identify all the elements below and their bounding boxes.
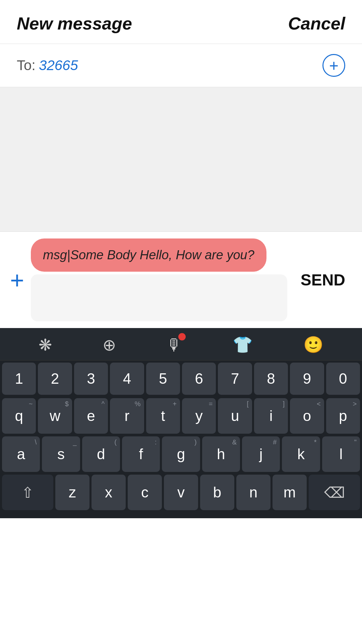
key-sub: ] bbox=[283, 400, 285, 408]
mic-area[interactable]: 🎙 bbox=[166, 336, 182, 354]
message-area bbox=[0, 87, 362, 231]
key-sub: ^ bbox=[102, 400, 105, 408]
to-label: To: bbox=[17, 57, 36, 73]
key-sub: [ bbox=[247, 400, 249, 408]
backspace-key[interactable]: ⌫ bbox=[309, 475, 360, 510]
key-sub: : bbox=[155, 438, 157, 446]
key-s[interactable]: _s bbox=[42, 436, 80, 472]
key-2[interactable]: 2 bbox=[38, 363, 72, 395]
key-5[interactable]: 5 bbox=[146, 363, 180, 395]
key-main: k bbox=[297, 446, 305, 463]
key-e[interactable]: ^e bbox=[74, 398, 108, 434]
key-j[interactable]: #j bbox=[242, 436, 280, 472]
key-main: u bbox=[231, 408, 239, 424]
key-sub: > bbox=[353, 400, 357, 408]
key-x[interactable]: x bbox=[92, 475, 126, 510]
key-p[interactable]: >p bbox=[326, 398, 360, 434]
key-9[interactable]: 9 bbox=[290, 363, 324, 395]
key-main: f bbox=[139, 446, 143, 463]
emoji-icon[interactable]: 🙂 bbox=[303, 335, 323, 354]
compose-area: + msg|Some Body Hello, How are you? SEND bbox=[0, 231, 362, 328]
key-g[interactable]: )g bbox=[162, 436, 200, 472]
add-contact-button[interactable]: + bbox=[322, 54, 345, 77]
plus-circle-icon: + bbox=[329, 56, 339, 75]
key-main: p bbox=[339, 408, 347, 424]
key-f[interactable]: :f bbox=[122, 436, 160, 472]
key-0[interactable]: 0 bbox=[326, 363, 360, 395]
key-main: j bbox=[259, 446, 263, 463]
page-title: New message bbox=[17, 13, 132, 34]
key-sub: % bbox=[135, 400, 141, 408]
key-main: t bbox=[161, 408, 165, 424]
key-sub: \ bbox=[35, 438, 37, 446]
key-main: o bbox=[303, 408, 311, 424]
key-l[interactable]: "l bbox=[322, 436, 360, 472]
key-main: e bbox=[87, 408, 95, 424]
key-sub: ~ bbox=[29, 400, 33, 408]
key-main: y bbox=[195, 408, 203, 424]
key-b[interactable]: b bbox=[200, 475, 234, 510]
to-field-row: To: 32665 + bbox=[0, 44, 362, 87]
key-main: d bbox=[97, 446, 105, 463]
message-bubble-preview[interactable]: msg|Some Body Hello, How are you? bbox=[31, 238, 266, 272]
key-7[interactable]: 7 bbox=[218, 363, 252, 395]
key-v[interactable]: v bbox=[164, 475, 198, 510]
shirt-icon[interactable]: 👕 bbox=[233, 335, 253, 354]
key-main: c bbox=[141, 484, 148, 501]
backspace-icon: ⌫ bbox=[324, 484, 345, 501]
key-sub: = bbox=[209, 400, 213, 408]
add-attachment-button[interactable]: + bbox=[10, 268, 24, 292]
recipient-number[interactable]: 32665 bbox=[39, 57, 78, 73]
to-left: To: 32665 bbox=[17, 57, 78, 73]
key-6[interactable]: 6 bbox=[182, 363, 216, 395]
key-c[interactable]: c bbox=[128, 475, 162, 510]
key-k[interactable]: *k bbox=[282, 436, 320, 472]
key-3[interactable]: 3 bbox=[74, 363, 108, 395]
shift-key[interactable]: ⇧ bbox=[2, 475, 53, 510]
key-w[interactable]: $w bbox=[38, 398, 72, 434]
text-format-icon[interactable]: ❋ bbox=[39, 335, 52, 354]
key-main: v bbox=[177, 484, 185, 501]
key-sub: ( bbox=[114, 438, 117, 446]
key-sub: " bbox=[354, 438, 357, 446]
key-sub: $ bbox=[65, 400, 69, 408]
key-r[interactable]: %r bbox=[110, 398, 144, 434]
key-t[interactable]: +t bbox=[146, 398, 180, 434]
key-h[interactable]: &h bbox=[202, 436, 240, 472]
key-q[interactable]: ~q bbox=[2, 398, 36, 434]
key-sub: & bbox=[232, 438, 237, 446]
key-main: m bbox=[284, 484, 296, 501]
key-sub: * bbox=[314, 438, 317, 446]
globe-icon[interactable]: ⊕ bbox=[103, 335, 116, 354]
key-sub: _ bbox=[73, 438, 77, 446]
qwerty-row-2: \a_s(d:f)g&h#j*k"l bbox=[0, 435, 362, 473]
key-main: w bbox=[50, 408, 60, 424]
key-a[interactable]: \a bbox=[2, 436, 40, 472]
key-main: q bbox=[15, 408, 23, 424]
key-o[interactable]: <o bbox=[290, 398, 324, 434]
key-n[interactable]: n bbox=[236, 475, 270, 510]
header: New message Cancel bbox=[0, 0, 362, 44]
key-sub: < bbox=[317, 400, 321, 408]
key-1[interactable]: 1 bbox=[2, 363, 36, 395]
number-row: 1 2 3 4 5 6 7 8 9 0 bbox=[0, 361, 362, 397]
key-8[interactable]: 8 bbox=[254, 363, 288, 395]
cancel-button[interactable]: Cancel bbox=[288, 13, 345, 34]
message-input[interactable] bbox=[31, 274, 287, 321]
key-main: h bbox=[217, 446, 225, 463]
key-y[interactable]: =y bbox=[182, 398, 216, 434]
key-u[interactable]: [u bbox=[218, 398, 252, 434]
send-button[interactable]: SEND bbox=[294, 267, 352, 292]
key-4[interactable]: 4 bbox=[110, 363, 144, 395]
key-main: s bbox=[57, 446, 65, 463]
mic-recording-dot bbox=[178, 333, 186, 340]
key-m[interactable]: m bbox=[273, 475, 307, 510]
key-d[interactable]: (d bbox=[82, 436, 120, 472]
qwerty-row-3: ⇧ zxcvbnm ⌫ bbox=[0, 473, 362, 512]
key-main: n bbox=[249, 484, 257, 501]
key-main: a bbox=[17, 446, 25, 463]
key-z[interactable]: z bbox=[55, 475, 89, 510]
keyboard-toolbar: ❋ ⊕ 🎙 👕 🙂 bbox=[0, 328, 362, 361]
key-main: l bbox=[339, 446, 343, 463]
key-i[interactable]: ]i bbox=[254, 398, 288, 434]
